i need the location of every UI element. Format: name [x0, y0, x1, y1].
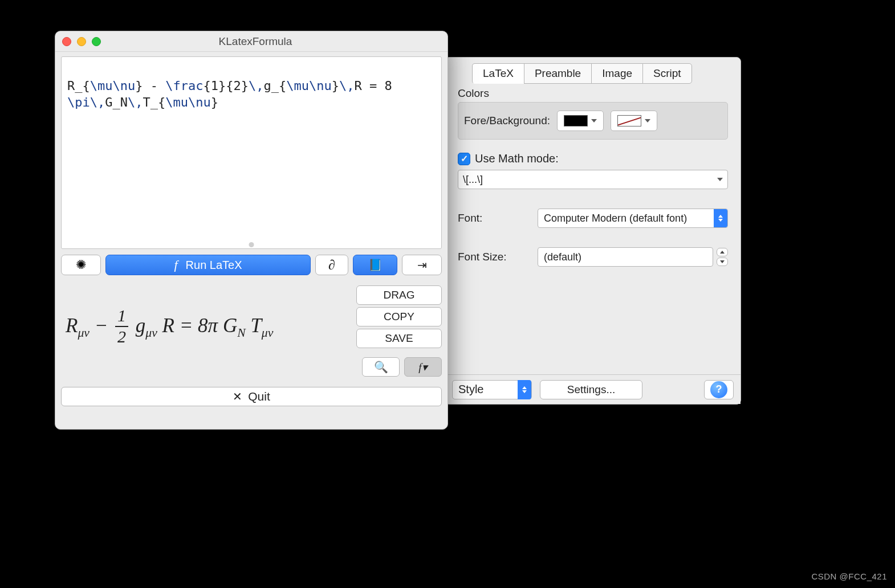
chevron-down-icon [645, 119, 650, 122]
font-size-step-up[interactable] [717, 248, 728, 256]
save-label: SAVE [385, 332, 413, 345]
copy-button[interactable]: COPY [356, 307, 442, 326]
quit-button[interactable]: ✕ Quit [61, 387, 442, 406]
library-button[interactable]: 📘 [353, 255, 397, 275]
tab-preamble[interactable]: Preamble [524, 63, 592, 84]
symbols-button[interactable]: ∂ [315, 255, 348, 275]
tab-script[interactable]: Script [642, 63, 692, 84]
formula-menu-icon: f▾ [418, 361, 427, 374]
run-latex-label: Run LaTeX [186, 259, 242, 272]
window-title: KLatexFormula [70, 35, 441, 48]
colors-box: Fore/Background: [458, 102, 728, 140]
resize-grip-icon[interactable] [249, 242, 254, 247]
book-icon: 📘 [368, 258, 383, 272]
settings-button[interactable]: Settings... [540, 380, 642, 399]
toolbar: ✺ f Run LaTeX ∂ 📘 ⇥ [55, 249, 448, 275]
math-mode-combo[interactable]: \[...\] [458, 170, 728, 189]
save-button[interactable]: SAVE [356, 329, 442, 348]
foreground-swatch [564, 115, 588, 126]
style-select[interactable]: Style [452, 380, 532, 399]
help-button[interactable]: ? [704, 380, 734, 399]
quit-label: Quit [248, 390, 270, 403]
font-size-step-down[interactable] [717, 258, 728, 266]
chevron-down-icon [717, 178, 723, 181]
panel-bottom-bar: Style Settings... ? [445, 374, 741, 404]
sparkle-icon: ✺ [76, 258, 86, 272]
titlebar: KLatexFormula [55, 31, 448, 52]
font-size-field[interactable]: (default) [538, 247, 713, 267]
clear-button[interactable]: ✺ [61, 255, 101, 275]
magnifier-icon: 🔍 [374, 360, 388, 374]
copy-label: COPY [384, 311, 414, 323]
font-label: Font: [458, 212, 538, 224]
math-mode-checkbox[interactable]: ✓ [458, 153, 470, 165]
function-f-icon: f [174, 258, 177, 272]
collapse-icon: ⇥ [417, 258, 427, 272]
settings-label: Settings... [567, 383, 616, 396]
drag-label: DRAG [384, 289, 415, 301]
formula-preview: Rμν − 12 gμν R = 8π GN Tμν [61, 285, 351, 348]
settings-tabs: LaTeX Preamble Image Script [473, 63, 735, 84]
font-size-stepper[interactable] [717, 248, 728, 266]
tab-latex[interactable]: LaTeX [472, 63, 524, 84]
latex-editor[interactable]: R_{\mu\nu} - \frac{1}{2}\,g_{\mu\nu}\,R … [61, 56, 442, 249]
close-x-icon: ✕ [233, 390, 242, 403]
math-mode-label: Use Math mode: [475, 152, 559, 165]
colors-heading: Colors [458, 87, 728, 100]
drag-button[interactable]: DRAG [356, 285, 442, 305]
background-swatch-transparent [617, 115, 641, 126]
chevron-down-icon [591, 119, 597, 122]
formula-menu-button[interactable]: f▾ [404, 357, 442, 377]
math-mode-value: \[...\] [463, 174, 483, 186]
background-color-button[interactable] [611, 111, 657, 131]
font-select[interactable]: Computer Modern (default font) [538, 209, 728, 228]
collapse-panel-button[interactable]: ⇥ [402, 255, 442, 275]
foreground-color-button[interactable] [557, 111, 604, 131]
run-latex-button[interactable]: f Run LaTeX [105, 255, 311, 275]
font-value: Computer Modern (default font) [544, 213, 687, 224]
tab-image[interactable]: Image [591, 63, 643, 84]
fore-back-label: Fore/Background: [464, 115, 550, 127]
main-window: KLatexFormula R_{\mu\nu} - \frac{1}{2}\,… [55, 31, 448, 430]
select-stepper-icon [714, 209, 727, 228]
settings-panel: LaTeX Preamble Image Script Colors Fore/… [445, 57, 741, 405]
font-size-value: (default) [544, 251, 581, 263]
help-icon: ? [710, 381, 727, 398]
watermark: CSDN @FCC_421 [811, 571, 887, 581]
select-stepper-icon [518, 380, 531, 399]
partial-icon: ∂ [328, 258, 335, 273]
font-size-label: Font Size: [458, 251, 538, 263]
style-label: Style [458, 383, 483, 396]
zoom-button[interactable]: 🔍 [362, 357, 400, 377]
